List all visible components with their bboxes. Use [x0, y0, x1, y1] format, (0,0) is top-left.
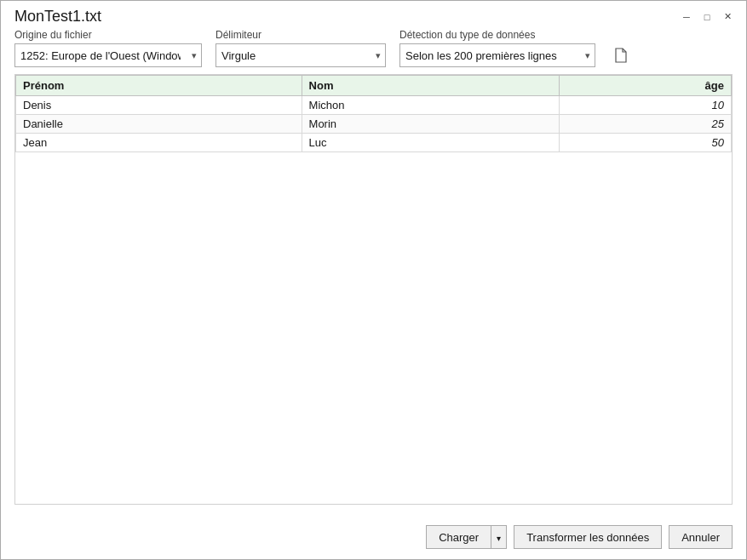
table-header: Prénom Nom âge: [16, 76, 732, 96]
table-body: DenisMichon10DanielleMorin25JeanLuc50: [16, 96, 732, 152]
table-header-row: Prénom Nom âge: [16, 76, 732, 96]
cell-nom: Morin: [302, 115, 559, 134]
col-age: âge: [559, 76, 731, 96]
main-window: MonTest1.txt ─ □ ✕ Origine du fichier 12…: [0, 0, 747, 560]
col-prenom: Prénom: [16, 76, 302, 96]
minimize-button[interactable]: ─: [678, 9, 695, 26]
close-button[interactable]: ✕: [719, 9, 736, 26]
detection-select-wrapper: Selon les 200 premières lignes: [399, 43, 595, 67]
cell-prenom: Jean: [16, 134, 302, 152]
cell-prenom: Denis: [16, 96, 302, 115]
bottom-bar: Charger Transformer les données Annuler: [1, 518, 746, 559]
cell-nom: Michon: [302, 96, 559, 115]
charger-btn-group: Charger: [426, 525, 507, 549]
preview-table: Prénom Nom âge DenisMichon10DanielleMori…: [15, 75, 732, 152]
delimiter-select-wrapper: Virgule: [215, 43, 386, 67]
detection-label: Détection du type de données: [399, 29, 595, 41]
title-bar: MonTest1.txt ─ □ ✕: [1, 1, 746, 29]
toolbar: Origine du fichier 1252: Europe de l'Oue…: [14, 29, 733, 74]
file-icon-button[interactable]: [609, 43, 633, 67]
detection-select[interactable]: Selon les 200 premières lignes: [399, 43, 595, 67]
table-row: JeanLuc50: [16, 134, 732, 152]
file-icon: [614, 48, 628, 63]
origin-select-wrapper: 1252: Europe de l'Ouest (Windows): [14, 43, 202, 67]
origin-select[interactable]: 1252: Europe de l'Ouest (Windows): [14, 43, 202, 67]
content-area: Origine du fichier 1252: Europe de l'Oue…: [1, 29, 746, 518]
cell-age: 10: [559, 96, 731, 115]
charger-dropdown-button[interactable]: [491, 525, 507, 549]
col-nom: Nom: [302, 76, 559, 96]
maximize-button[interactable]: □: [698, 9, 715, 26]
table-row: DanielleMorin25: [16, 115, 732, 134]
preview-area: Prénom Nom âge DenisMichon10DanielleMori…: [14, 74, 733, 505]
cell-age: 25: [559, 115, 731, 134]
detection-field-group: Détection du type de données Selon les 2…: [399, 29, 595, 67]
origin-label: Origine du fichier: [14, 29, 202, 41]
charger-button[interactable]: Charger: [426, 525, 491, 549]
window-title: MonTest1.txt: [14, 8, 101, 26]
table-row: DenisMichon10: [16, 96, 732, 115]
delimiter-label: Délimiteur: [215, 29, 386, 41]
cell-prenom: Danielle: [16, 115, 302, 134]
delimiter-select[interactable]: Virgule: [215, 43, 386, 67]
delimiter-field-group: Délimiteur Virgule: [215, 29, 386, 67]
window-controls: ─ □ ✕: [678, 9, 736, 26]
cell-age: 50: [559, 134, 731, 152]
transformer-button[interactable]: Transformer les données: [514, 525, 662, 549]
annuler-button[interactable]: Annuler: [669, 525, 733, 549]
cell-nom: Luc: [302, 134, 559, 152]
origin-field-group: Origine du fichier 1252: Europe de l'Oue…: [14, 29, 202, 67]
